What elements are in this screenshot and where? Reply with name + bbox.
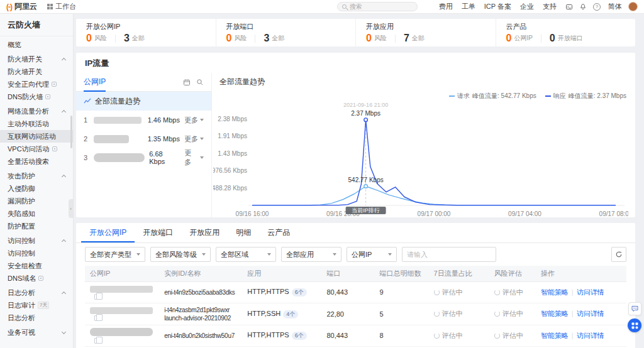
chevron-up-icon [62,110,66,114]
more-dropdown[interactable]: 更多 [184,116,204,125]
search-icon[interactable] [196,79,204,86]
console-icon[interactable] [565,3,573,11]
svg-text:488.28 Kbps: 488.28 Kbps [213,185,247,192]
chevron-down-icon [333,253,336,256]
divider [255,35,255,43]
svg-text:1.91 Mbps: 1.91 Mbps [218,133,247,139]
risk-level-select[interactable]: 全部风险等级 [150,247,211,262]
calendar-icon[interactable] [183,79,191,86]
sidebar-item-log-audit[interactable]: 日志审计7天 [0,299,73,312]
tab-open-apps[interactable]: 开放应用 [181,223,228,242]
traffic-value: 6.68 Kbps [149,150,180,165]
sidebar-group-access-control[interactable]: 访问控制 [0,234,73,247]
stat-card-open-apps[interactable]: 开放应用 0风险 7全部 [355,19,496,46]
sidebar-item-full-activity-search[interactable]: 全量活动搜索 [0,155,73,168]
access-detail-link[interactable]: 访问详情 [577,288,604,296]
menu-billing[interactable]: 费用 [439,2,453,11]
public-ip-select[interactable]: 公网IP [347,247,397,262]
smart-policy-link[interactable]: 智能策略 [541,332,569,339]
all-traffic-trend-item[interactable]: 全部流量趋势 [76,92,211,111]
risk-count: 0 [366,33,372,44]
loading-spinner-icon [494,311,500,317]
menu-support[interactable]: 支持 [543,2,557,11]
sidebar-item-access-control[interactable]: 访问控制 [0,247,73,259]
sidebar-item-vulnerability-protection[interactable]: 漏洞防护 [0,195,73,207]
menu-enterprise[interactable]: 企业 [520,2,534,11]
sidebar-group-attack-protection[interactable]: 攻击防护 [0,170,73,182]
sidebar-item-dns-firewall[interactable]: DNS防火墙 [0,90,73,103]
chevron-up-icon [62,291,66,296]
traffic-status: 评估中 [434,288,484,297]
sidebar-item-breach-awareness[interactable]: 失陷感知 [0,207,73,220]
app-list: HTTP,HTTPS [247,288,289,295]
feedback-chat-button[interactable] [628,302,641,315]
table-row[interactable]: eni-t4n9z5bozi5aaba83dks HTTP,HTTPS6个 80… [85,282,626,303]
divider [572,310,574,317]
toolbox-button[interactable] [628,318,641,332]
refresh-button[interactable] [611,247,626,262]
tab-open-public-ip[interactable]: 开放公网IP [81,223,135,242]
access-detail-link[interactable]: 访问详情 [577,310,604,317]
tab-details[interactable]: 明细 [228,223,259,242]
sidebar-item-dns-domain[interactable]: DNS域名 [0,272,73,285]
sidebar-group-log-analysis[interactable]: 日志分析 [0,286,73,299]
asset-type-select[interactable]: 全部资产类型 [85,247,145,262]
sidebar-item-security-group-check[interactable]: 安全组检查 [0,259,73,272]
table-row[interactable]: eni-t4n8u0n2k0sisthw50u7 HTTP,HTTPS6个 80… [85,325,626,347]
alibaba-cloud-logo[interactable]: (-) 阿里云 [6,1,37,12]
bell-icon[interactable] [579,3,587,11]
workbench-link[interactable]: 工作台 [47,2,76,11]
tab-public-ip[interactable]: 公网IP [84,73,106,92]
beta-badge-icon [52,82,57,87]
stat-card-cloud-products[interactable]: 云产品 0公网IP 0开放端口 [496,19,636,46]
instance-id: i-t4n4zasbm2d1pkt9swxr [164,306,237,314]
copy-icon[interactable] [94,315,99,321]
sidebar-group-firewall-switch[interactable]: 防火墙开关 [0,53,73,65]
sidebar-item-firewall-switch[interactable]: 防火墙开关 [0,65,73,78]
stat-card-open-public-ip[interactable]: 开放公网IP 0风险 3全部 [76,19,216,46]
sidebar-group-traffic-analysis[interactable]: 网络流量分析 [0,105,73,117]
app-list: HTTP,HTTPS [247,331,289,339]
sidebar-item-intrusion-prevention[interactable]: 入侵防御 [0,182,73,195]
global-search-input[interactable]: 搜索 [337,2,418,11]
port-detail-count: 5 [375,303,429,325]
divider [572,332,574,339]
sidebar-item-outbound-activity[interactable]: 主动外联活动 [0,117,73,130]
access-detail-link[interactable]: 访问详情 [577,332,604,339]
keyword-input[interactable] [402,247,496,262]
help-icon[interactable]: ? [593,3,601,11]
menu-tickets[interactable]: 工单 [462,2,475,11]
menu-icp[interactable]: ICP 备案 [484,2,511,11]
app-count-badge: 4个 [283,310,298,318]
sidebar-item-internet-access-activity[interactable]: 互联网访问活动 [0,130,73,143]
more-dropdown[interactable]: 更多 [184,148,204,167]
table-row[interactable]: i-t4n4zasbm2d1pkt9swxrlaunch-advisor-202… [85,303,626,325]
tab-cloud-products[interactable]: 云产品 [259,223,298,242]
region-select[interactable]: 全部区域 [216,247,276,262]
stat-card-open-ports[interactable]: 开放端口 0风险 3全部 [216,19,356,46]
app-select[interactable]: 全部应用 [281,247,341,262]
sidebar-item-secure-forward-proxy[interactable]: 安全正向代理 [0,78,73,90]
col-port-detail-count: 端口总明细数 [375,266,429,282]
chevron-down-icon [62,329,66,334]
tab-open-ports[interactable]: 开放端口 [135,223,181,242]
copy-icon[interactable] [94,294,99,300]
redacted-ip [94,135,129,143]
divider [572,288,574,296]
risk-count: 0 [226,33,232,44]
sidebar-item-protection-config[interactable]: 防护配置 [0,220,73,232]
sidebar-group-business-visualization[interactable]: 业务可视 [0,326,73,339]
sidebar-collapse-handle[interactable]: ‹ [69,199,73,218]
more-dropdown[interactable]: 更多 [184,134,204,144]
sidebar-scrollbar[interactable] [70,116,72,148]
chevron-up-icon [62,175,66,179]
sidebar-item-log-analysis[interactable]: 日志分析 [0,312,73,324]
table-header-row: 公网IP 实例ID/名称 应用 端口 端口总明细数 7日流量占比 风险评估 操作 [85,266,626,282]
sidebar-item-vpc-access-activity[interactable]: VPC访问活动 [0,143,73,155]
smart-policy-link[interactable]: 智能策略 [541,310,569,317]
avatar[interactable] [628,2,638,11]
smart-policy-link[interactable]: 智能策略 [541,288,569,296]
copy-icon[interactable] [94,338,99,344]
language-selector[interactable]: 简体 [608,2,622,11]
sidebar-item-overview[interactable]: 概览 [0,38,73,51]
